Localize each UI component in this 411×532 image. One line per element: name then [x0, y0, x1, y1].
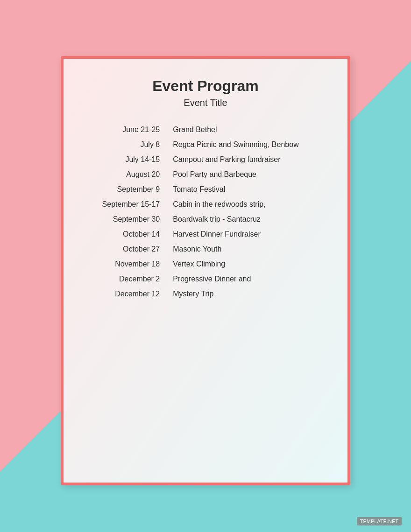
event-name: Vertex Climbing — [169, 257, 324, 272]
card-title: Event Program — [152, 77, 259, 95]
event-name: Regca Picnic and Swimming, Benbow — [169, 137, 324, 152]
table-row: July 14-15Campout and Parking fundraiser — [87, 152, 324, 167]
event-date: July 14-15 — [87, 152, 169, 167]
event-date: December 2 — [87, 272, 169, 287]
event-name: Progressive Dinner and — [169, 272, 324, 287]
table-row: August 20Pool Party and Barbeque — [87, 167, 324, 182]
event-date: October 27 — [87, 242, 169, 257]
event-name: Boardwalk trip - Santacruz — [169, 212, 324, 227]
table-row: October 14Harvest Dinner Fundraiser — [87, 227, 324, 242]
events-table: June 21-25Grand BethelJuly 8Regca Picnic… — [87, 122, 324, 301]
event-name: Pool Party and Barbeque — [169, 167, 324, 182]
event-card: Event Program Event Title June 21-25Gran… — [61, 56, 350, 485]
event-date: September 30 — [87, 212, 169, 227]
table-row: December 2Progressive Dinner and — [87, 272, 324, 287]
event-name: Harvest Dinner Fundraiser — [169, 227, 324, 242]
table-row: December 12Mystery Trip — [87, 287, 324, 301]
event-name: Grand Bethel — [169, 122, 324, 137]
event-date: June 21-25 — [87, 122, 169, 137]
table-row: October 27Masonic Youth — [87, 242, 324, 257]
event-name: Cabin in the redwoods strip, — [169, 197, 324, 212]
table-row: June 21-25Grand Bethel — [87, 122, 324, 137]
table-row: July 8Regca Picnic and Swimming, Benbow — [87, 137, 324, 152]
event-name: Tomato Festival — [169, 182, 324, 197]
event-date: October 14 — [87, 227, 169, 242]
event-date: September 15-17 — [87, 197, 169, 212]
event-name: Mystery Trip — [169, 287, 324, 301]
table-row: September 15-17Cabin in the redwoods str… — [87, 197, 324, 212]
event-date: December 12 — [87, 287, 169, 301]
event-name: Masonic Youth — [169, 242, 324, 257]
table-row: November 18Vertex Climbing — [87, 257, 324, 272]
event-date: July 8 — [87, 137, 169, 152]
event-name: Campout and Parking fundraiser — [169, 152, 324, 167]
table-row: September 9Tomato Festival — [87, 182, 324, 197]
event-date: November 18 — [87, 257, 169, 272]
event-date: August 20 — [87, 167, 169, 182]
card-subtitle: Event Title — [184, 98, 227, 108]
watermark-label: TEMPLATE.NET — [357, 517, 402, 525]
table-row: September 30Boardwalk trip - Santacruz — [87, 212, 324, 227]
event-date: September 9 — [87, 182, 169, 197]
